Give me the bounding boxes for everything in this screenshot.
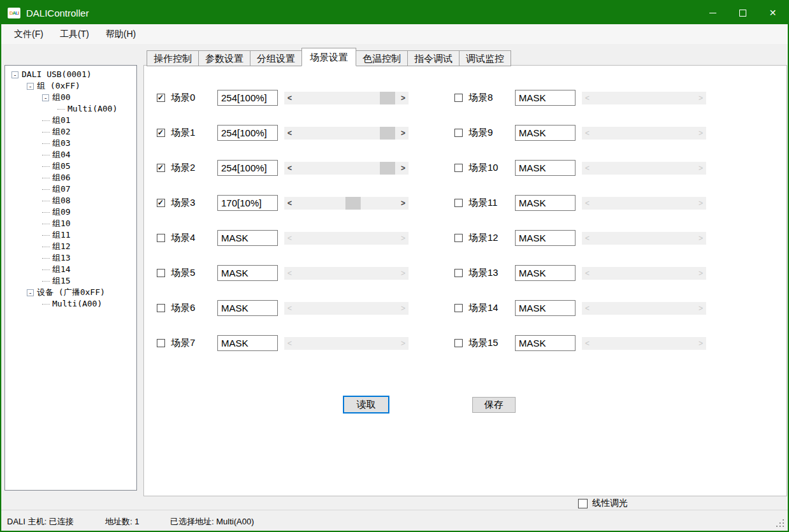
scroll-track[interactable] xyxy=(295,162,398,175)
scene-slider[interactable]: < > xyxy=(284,232,409,245)
scroll-track[interactable] xyxy=(593,267,695,280)
scroll-right-icon[interactable]: > xyxy=(398,127,409,140)
scroll-track[interactable] xyxy=(295,232,398,245)
tree-item[interactable]: 组07 xyxy=(6,183,136,195)
scroll-right-icon[interactable]: > xyxy=(695,302,706,315)
tree-item[interactable]: 组11 xyxy=(6,229,136,241)
scene-checkbox[interactable] xyxy=(454,164,463,172)
tab-scene-settings[interactable]: 场景设置 xyxy=(301,48,356,66)
tree-item[interactable]: 组02 xyxy=(6,126,136,138)
scene-checkbox[interactable] xyxy=(157,199,165,207)
scroll-left-icon[interactable]: < xyxy=(582,302,593,315)
scene-checkbox[interactable] xyxy=(157,129,165,137)
scene-checkbox[interactable] xyxy=(157,304,165,312)
scene-slider[interactable]: < > xyxy=(582,127,706,140)
scene-slider[interactable]: < > xyxy=(284,92,409,104)
scroll-right-icon[interactable]: > xyxy=(398,197,409,210)
tree-item[interactable]: 组05 xyxy=(6,161,136,172)
tree-item[interactable]: 组15 xyxy=(6,275,136,287)
scene-value-input[interactable] xyxy=(515,230,575,246)
resize-grip[interactable] xyxy=(783,526,784,527)
scene-value-input[interactable] xyxy=(515,90,575,106)
scroll-track[interactable] xyxy=(295,92,398,104)
tree-item[interactable]: 组06 xyxy=(6,172,136,183)
scroll-left-icon[interactable]: < xyxy=(284,197,295,210)
scene-slider[interactable]: < > xyxy=(582,162,706,175)
scroll-track[interactable] xyxy=(593,302,695,315)
scene-slider[interactable]: < > xyxy=(284,267,409,280)
scroll-right-icon[interactable]: > xyxy=(695,127,706,140)
scene-value-input[interactable] xyxy=(217,230,278,246)
scroll-track[interactable] xyxy=(295,337,398,350)
scroll-thumb[interactable] xyxy=(345,197,361,210)
scroll-right-icon[interactable]: > xyxy=(695,92,706,104)
scroll-thumb[interactable] xyxy=(380,92,395,104)
tree-item[interactable]: 组14 xyxy=(6,264,136,275)
scroll-left-icon[interactable]: < xyxy=(582,162,593,175)
scroll-right-icon[interactable]: > xyxy=(398,267,409,280)
tree-item[interactable]: 组04 xyxy=(6,149,136,161)
scroll-track[interactable] xyxy=(593,92,695,104)
tree-item[interactable]: -DALI USB(0001) xyxy=(6,69,136,80)
tree-expander-icon[interactable]: - xyxy=(42,94,49,101)
tree-item[interactable]: 组03 xyxy=(6,138,136,149)
scene-checkbox[interactable] xyxy=(454,129,463,137)
scene-checkbox[interactable] xyxy=(157,234,165,242)
scroll-right-icon[interactable]: > xyxy=(398,162,409,175)
scroll-right-icon[interactable]: > xyxy=(695,232,706,245)
scroll-thumb[interactable] xyxy=(380,162,395,175)
tab-color-temp-control[interactable]: 色温控制 xyxy=(356,50,408,66)
scene-slider[interactable]: < > xyxy=(582,92,706,104)
scene-slider[interactable]: < > xyxy=(582,302,706,315)
scroll-left-icon[interactable]: < xyxy=(582,197,593,210)
scroll-left-icon[interactable]: < xyxy=(284,267,295,280)
scene-checkbox[interactable] xyxy=(157,269,165,277)
scene-checkbox[interactable] xyxy=(454,304,463,312)
scene-slider[interactable]: < > xyxy=(582,232,706,245)
scene-value-input[interactable] xyxy=(515,335,575,351)
tree-item[interactable]: 组12 xyxy=(6,241,136,252)
scroll-left-icon[interactable]: < xyxy=(284,302,295,315)
scroll-right-icon[interactable]: > xyxy=(398,92,409,104)
scroll-right-icon[interactable]: > xyxy=(695,162,706,175)
scene-checkbox[interactable] xyxy=(157,339,165,347)
scene-slider[interactable]: < > xyxy=(284,162,409,175)
scene-slider[interactable]: < > xyxy=(582,197,706,210)
tree-item[interactable]: Multi(A00) xyxy=(6,298,136,310)
tree-item[interactable]: 组09 xyxy=(6,206,136,218)
scroll-left-icon[interactable]: < xyxy=(284,162,295,175)
scene-value-input[interactable] xyxy=(515,300,575,316)
tree-item[interactable]: 组08 xyxy=(6,195,136,206)
tree-expander-icon[interactable]: - xyxy=(27,289,34,296)
scroll-track[interactable] xyxy=(295,127,398,140)
scene-checkbox[interactable] xyxy=(157,94,165,102)
scene-value-input[interactable] xyxy=(217,265,278,281)
tree-expander-icon[interactable]: - xyxy=(11,71,18,78)
linear-dimming-checkbox[interactable] xyxy=(578,499,588,508)
tree-item[interactable]: -设备 (广播0xFF) xyxy=(6,287,136,298)
scene-value-input[interactable] xyxy=(217,160,278,176)
scene-value-input[interactable] xyxy=(217,300,278,316)
read-button[interactable]: 读取 xyxy=(343,396,389,413)
scene-slider[interactable]: < > xyxy=(582,337,706,350)
tab-operation-control[interactable]: 操作控制 xyxy=(147,50,199,66)
scroll-track[interactable] xyxy=(593,197,695,210)
scroll-right-icon[interactable]: > xyxy=(398,232,409,245)
scroll-left-icon[interactable]: < xyxy=(284,232,295,245)
tree-expander-icon[interactable]: - xyxy=(27,83,34,90)
scroll-left-icon[interactable]: < xyxy=(284,92,295,104)
maximize-button[interactable] xyxy=(728,1,758,24)
scroll-thumb[interactable] xyxy=(380,127,395,140)
scroll-left-icon[interactable]: < xyxy=(284,337,295,350)
scene-slider[interactable]: < > xyxy=(284,337,409,350)
close-button[interactable]: ✕ xyxy=(758,1,788,24)
scroll-track[interactable] xyxy=(593,232,695,245)
scroll-track[interactable] xyxy=(593,337,695,350)
scene-value-input[interactable] xyxy=(515,265,575,281)
tree-item[interactable]: 组01 xyxy=(6,115,136,126)
scene-value-input[interactable] xyxy=(217,195,278,211)
scene-slider[interactable]: < > xyxy=(582,267,706,280)
menu-help[interactable]: 帮助(H) xyxy=(106,29,136,40)
scroll-right-icon[interactable]: > xyxy=(398,302,409,315)
scene-value-input[interactable] xyxy=(217,335,278,351)
